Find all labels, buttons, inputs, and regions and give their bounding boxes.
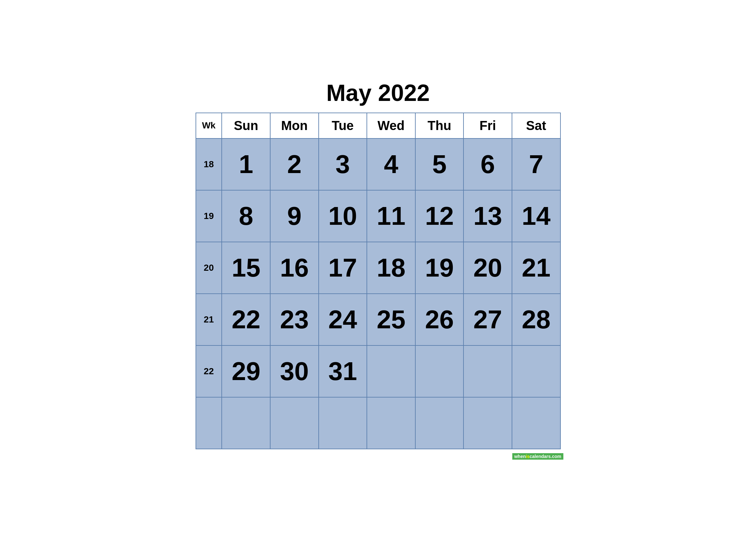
day-cell: 8 — [222, 190, 270, 242]
day-cell: 6 — [464, 138, 512, 190]
day-cell: 31 — [319, 346, 367, 397]
day-cell — [415, 397, 464, 449]
day-cell: 16 — [270, 242, 319, 294]
day-cell — [512, 346, 560, 397]
header-mon: Mon — [270, 113, 319, 138]
day-cell: 17 — [319, 242, 367, 294]
day-cell: 25 — [367, 294, 415, 346]
day-cell: 3 — [319, 138, 367, 190]
watermark: wheniscalendars.com — [512, 453, 563, 460]
wk-num-4: 21 — [196, 294, 222, 346]
day-cell: 24 — [319, 294, 367, 346]
week-row-3: 2015161718192021 — [196, 242, 560, 294]
day-cell: 28 — [512, 294, 560, 346]
watermark-is: is — [526, 454, 530, 459]
day-cell: 4 — [367, 138, 415, 190]
wk-num-2: 19 — [196, 190, 222, 242]
watermark-cal: calendars.com — [529, 454, 561, 459]
day-cell — [270, 397, 319, 449]
day-cell: 9 — [270, 190, 319, 242]
wk-num-3: 20 — [196, 242, 222, 294]
calendar-table: Wk Sun Mon Tue Wed Thu Fri Sat 181234567… — [196, 113, 561, 449]
wk-num-1: 18 — [196, 138, 222, 190]
day-cell: 22 — [222, 294, 270, 346]
header-sat: Sat — [512, 113, 560, 138]
day-cell: 15 — [222, 242, 270, 294]
week-row-1: 181234567 — [196, 138, 560, 190]
day-cell: 12 — [415, 190, 464, 242]
day-cell: 18 — [367, 242, 415, 294]
week-row-5: 22293031 — [196, 346, 560, 397]
week-row-2: 19891011121314 — [196, 190, 560, 242]
header-tue: Tue — [319, 113, 367, 138]
day-cell: 26 — [415, 294, 464, 346]
watermark-when: when — [514, 454, 526, 459]
day-cell — [464, 346, 512, 397]
day-cell: 1 — [222, 138, 270, 190]
header-wed: Wed — [367, 113, 415, 138]
wk-num-5: 22 — [196, 346, 222, 397]
day-cell: 5 — [415, 138, 464, 190]
day-cell — [464, 397, 512, 449]
day-cell: 21 — [512, 242, 560, 294]
day-cell: 2 — [270, 138, 319, 190]
day-cell — [367, 346, 415, 397]
day-cell: 29 — [222, 346, 270, 397]
week-row-4: 2122232425262728 — [196, 294, 560, 346]
week-row-6 — [196, 397, 560, 449]
header-thu: Thu — [415, 113, 464, 138]
header-fri: Fri — [464, 113, 512, 138]
day-cell — [415, 346, 464, 397]
header-sun: Sun — [222, 113, 270, 138]
day-cell: 13 — [464, 190, 512, 242]
day-cell: 14 — [512, 190, 560, 242]
day-cell: 19 — [415, 242, 464, 294]
calendar-body: 1812345671989101112131420151617181920212… — [196, 138, 560, 449]
day-cell: 20 — [464, 242, 512, 294]
header-wk: Wk — [196, 113, 222, 138]
day-cell: 30 — [270, 346, 319, 397]
day-cell: 7 — [512, 138, 560, 190]
calendar-title: May 2022 — [196, 80, 561, 106]
day-cell — [512, 397, 560, 449]
day-cell: 11 — [367, 190, 415, 242]
day-cell: 23 — [270, 294, 319, 346]
day-cell — [367, 397, 415, 449]
day-cell — [222, 397, 270, 449]
page-wrapper: May 2022 Wk Sun Mon Tue Wed Thu Fri Sat … — [189, 73, 567, 462]
day-cell: 10 — [319, 190, 367, 242]
day-cell — [319, 397, 367, 449]
day-cell: 27 — [464, 294, 512, 346]
wk-num-6 — [196, 397, 222, 449]
header-row: Wk Sun Mon Tue Wed Thu Fri Sat — [196, 113, 560, 138]
